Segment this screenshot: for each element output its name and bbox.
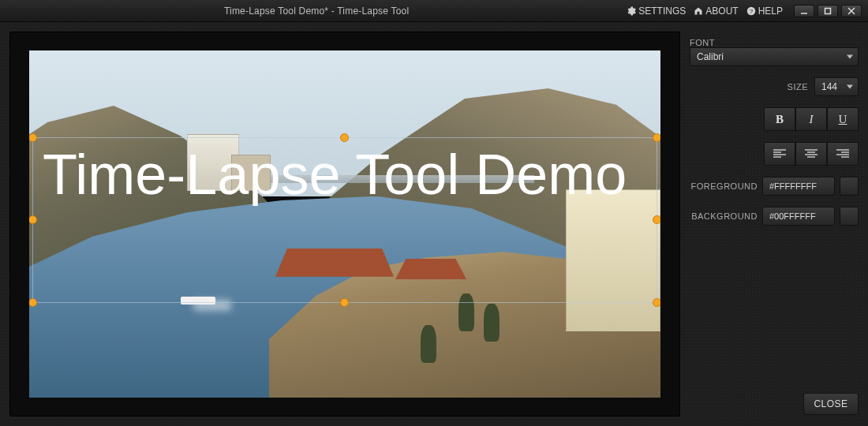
italic-icon: I [810, 113, 814, 126]
background-value-box[interactable]: #00FFFFFF [762, 207, 835, 226]
gear-icon [627, 6, 636, 16]
resize-handle-middle-right[interactable] [653, 215, 660, 224]
chevron-down-icon [847, 85, 853, 89]
home-icon [694, 6, 703, 16]
foreground-value-box[interactable]: #FFFFFFFF [762, 177, 835, 196]
resize-handle-middle-left[interactable] [29, 215, 37, 224]
align-right-icon [836, 149, 849, 159]
align-center-button[interactable] [795, 142, 827, 166]
close-window-button[interactable] [841, 5, 862, 17]
font-dropdown[interactable]: Calibri [690, 47, 859, 66]
maximize-button[interactable] [817, 5, 838, 17]
align-left-button[interactable] [764, 142, 795, 166]
window-title: Time-Lapse Tool Demo* - Time-Lapse Tool [6, 6, 627, 17]
resize-handle-bottom-right[interactable] [653, 298, 660, 307]
resize-handle-top-center[interactable] [340, 133, 349, 142]
font-value: Calibri [697, 51, 724, 62]
help-link[interactable]: ? HELP [746, 6, 783, 17]
help-icon: ? [746, 6, 756, 16]
preview-tree [421, 325, 436, 363]
foreground-picker-button[interactable] [840, 177, 859, 196]
svg-rect-3 [825, 8, 831, 13]
foreground-value: #FFFFFFFF [769, 181, 817, 191]
size-label: SIZE [788, 82, 808, 92]
size-value: 144 [821, 81, 837, 92]
italic-button[interactable]: I [795, 107, 827, 131]
preview-canvas[interactable]: Time-Lapse Tool Demo [29, 50, 660, 398]
overlay-text[interactable]: Time-Lapse Tool Demo [43, 146, 647, 203]
underline-icon: U [839, 113, 847, 126]
window-controls [794, 5, 862, 17]
align-left-icon [773, 149, 786, 159]
svg-text:?: ? [750, 8, 753, 15]
title-links: SETTINGS ABOUT ? HELP [627, 6, 783, 17]
bold-button[interactable]: B [764, 107, 795, 131]
titlebar: Time-Lapse Tool Demo* - Time-Lapse Tool … [0, 0, 868, 22]
align-right-button[interactable] [827, 142, 859, 166]
resize-handle-top-left[interactable] [29, 133, 37, 142]
font-label: FONT [690, 38, 859, 47]
bold-icon: B [776, 113, 784, 126]
help-label: HELP [758, 6, 783, 17]
about-label: ABOUT [705, 6, 738, 17]
text-properties-panel: FONT Calibri SIZE 144 B I U [690, 32, 859, 417]
settings-link[interactable]: SETTINGS [627, 6, 686, 17]
preview-tree [484, 304, 499, 342]
text-overlay-bounds[interactable]: Time-Lapse Tool Demo [32, 137, 657, 303]
underline-button[interactable]: U [827, 107, 859, 131]
settings-label: SETTINGS [638, 6, 686, 17]
chevron-down-icon [847, 55, 853, 59]
minimize-button[interactable] [794, 5, 814, 17]
close-button[interactable]: CLOSE [803, 393, 859, 415]
align-center-icon [805, 149, 817, 159]
resize-handle-bottom-center[interactable] [340, 298, 349, 307]
background-picker-button[interactable] [840, 207, 859, 226]
resize-handle-top-right[interactable] [653, 133, 660, 142]
size-dropdown[interactable]: 144 [814, 77, 859, 96]
background-label: BACKGROUND [690, 211, 758, 221]
font-style-group: B I U [690, 107, 859, 131]
preview-area: Time-Lapse Tool Demo [9, 32, 680, 417]
alignment-group [690, 142, 859, 166]
background-value: #00FFFFFF [769, 211, 816, 221]
about-link[interactable]: ABOUT [694, 6, 738, 17]
foreground-label: FOREGROUND [690, 181, 758, 191]
